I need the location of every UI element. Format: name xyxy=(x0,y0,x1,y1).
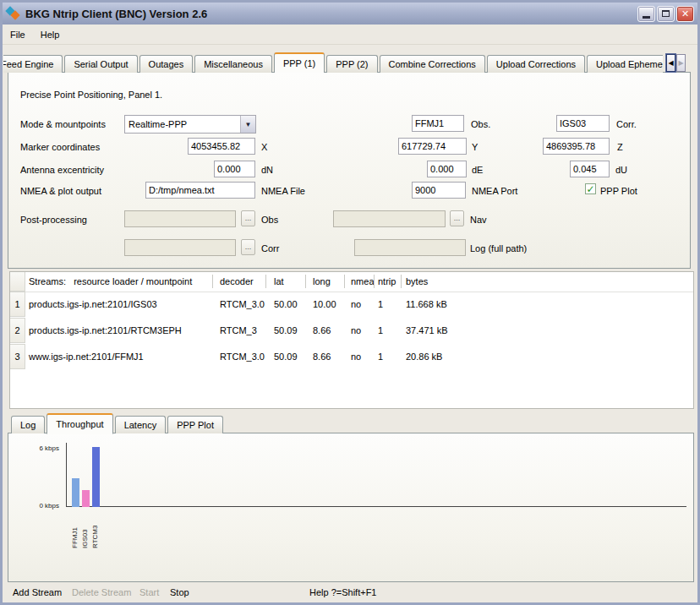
bnc-app-icon xyxy=(6,7,21,20)
tab-scroll-right-button[interactable]: ▶ xyxy=(676,54,686,72)
cell-bytes: 37.471 kB xyxy=(406,325,448,335)
browse-nav-button[interactable]: ... xyxy=(450,210,464,226)
marker-z-input[interactable] xyxy=(543,138,610,155)
cell-ntrip: 1 xyxy=(378,325,383,335)
tab-latency[interactable]: Latency xyxy=(115,416,167,433)
tab-combine-corrections[interactable]: Combine Corrections xyxy=(380,55,485,73)
tab-log[interactable]: Log xyxy=(11,416,45,433)
obs-label: Obs. xyxy=(471,119,490,129)
tab-scroll-left-button[interactable]: ◀ xyxy=(666,54,675,72)
col-header-nmea: nmea xyxy=(351,276,375,286)
row-number[interactable]: 2 xyxy=(10,318,25,343)
cell-bytes: 20.86 kB xyxy=(406,352,442,362)
nmea-plot-output-label: NMEA & plot output xyxy=(20,186,101,196)
y-tick-bottom: 0 kbps xyxy=(15,502,59,510)
col-header-decoder: decoder xyxy=(220,276,254,286)
chart-x-axis xyxy=(66,506,686,507)
tab-throughput[interactable]: Throughput xyxy=(46,413,112,434)
chevron-left-icon: ◀ xyxy=(668,59,673,67)
col-header-long: long xyxy=(313,276,331,286)
cell-mountpoint: products.igs-ip.net:2101/IGS03 xyxy=(29,299,157,309)
antenna-dn-input[interactable] xyxy=(214,161,255,177)
title-bar[interactable]: BKG Ntrip Client (BNC) Version 2.6 ✕ xyxy=(3,3,697,25)
marker-x-input[interactable] xyxy=(188,138,255,155)
ppp-plot-checkbox[interactable]: ✓ xyxy=(585,183,596,194)
x-label-igs03: IGS03 xyxy=(80,511,90,548)
close-button[interactable]: ✕ xyxy=(676,6,694,22)
post-nav-file-input[interactable] xyxy=(333,210,446,227)
marker-coordinates-label: Marker coordinates xyxy=(20,142,100,152)
post-corr-label: Corr xyxy=(261,243,279,253)
marker-z-label: Z xyxy=(617,142,623,152)
cell-decoder: RTCM_3 xyxy=(220,325,257,335)
corr-label: Corr. xyxy=(616,119,637,129)
post-obs-file-input[interactable] xyxy=(124,210,236,227)
tab-ppp-plot[interactable]: PPP Plot xyxy=(167,416,223,433)
menu-help[interactable]: Help xyxy=(33,27,68,42)
post-nav-label: Nav xyxy=(470,215,487,225)
browse-obs-button[interactable]: ... xyxy=(241,210,255,226)
post-log-file-input[interactable] xyxy=(354,239,466,256)
app-window: BKG Ntrip Client (BNC) Version 2.6 ✕ Fil… xyxy=(0,0,700,605)
table-row[interactable]: 3 www.igs-ip.net:2101/FFMJ1 RTCM_3.0 50.… xyxy=(10,344,693,370)
tab-upload-ephemeris[interactable]: Upload Ephemeris xyxy=(587,55,663,73)
mode-combobox[interactable]: Realtime-PPP ▼ xyxy=(124,115,256,134)
antenna-excentricity-label: Antenna excentricity xyxy=(20,165,104,175)
marker-y-input[interactable] xyxy=(398,138,467,155)
tab-ppp-1[interactable]: PPP (1) xyxy=(274,52,325,73)
tab-miscellaneous[interactable]: Miscellaneous xyxy=(194,55,272,73)
table-row[interactable]: 2 products.igs-ip.net:2101/RTCM3EPH RTCM… xyxy=(10,318,693,344)
col-header-lat: lat xyxy=(274,276,284,286)
post-log-label: Log (full path) xyxy=(470,243,527,253)
nmea-file-label: NMEA File xyxy=(261,186,305,196)
corr-mountpoint-input[interactable] xyxy=(556,115,610,132)
tab-feed-engine[interactable]: Feed Engine xyxy=(3,55,63,73)
window-title: BKG Ntrip Client (BNC) Version 2.6 xyxy=(25,8,636,20)
nmea-port-label: NMEA Port xyxy=(472,186,517,196)
delete-stream-button[interactable]: Delete Stream xyxy=(72,587,131,597)
tab-ppp-2[interactable]: PPP (2) xyxy=(326,55,377,73)
antenna-du-input[interactable] xyxy=(570,161,610,177)
post-processing-label: Post-processing xyxy=(20,215,87,225)
menu-file[interactable]: File xyxy=(3,27,33,42)
obs-mountpoint-input[interactable] xyxy=(412,115,464,132)
x-label-rtcm3: RTCM3 xyxy=(90,511,101,548)
antenna-de-input[interactable] xyxy=(427,161,467,177)
tab-serial-output[interactable]: Serial Output xyxy=(64,55,137,73)
nmea-file-input[interactable] xyxy=(145,182,255,199)
tab-upload-corrections[interactable]: Upload Corrections xyxy=(487,55,585,73)
row-number[interactable]: 3 xyxy=(10,344,25,369)
antenna-du-label: dU xyxy=(615,165,627,175)
minimize-button[interactable] xyxy=(637,6,655,22)
cell-decoder: RTCM_3.0 xyxy=(220,299,265,309)
cell-ntrip: 1 xyxy=(378,352,383,362)
streams-table-header: Streams: resource loader / mountpoint de… xyxy=(10,272,693,292)
bar-ffmj1 xyxy=(72,478,79,507)
streams-table[interactable]: Streams: resource loader / mountpoint de… xyxy=(9,271,694,409)
cell-decoder: RTCM_3.0 xyxy=(220,352,265,362)
cell-lat: 50.00 xyxy=(274,299,298,309)
minimize-icon xyxy=(643,16,650,19)
maximize-button[interactable] xyxy=(657,6,675,22)
nmea-port-input[interactable] xyxy=(412,182,466,199)
help-shortcut-label: Help ?=Shift+F1 xyxy=(309,587,377,597)
table-row[interactable]: 1 products.igs-ip.net:2101/IGS03 RTCM_3.… xyxy=(10,292,693,318)
stop-button[interactable]: Stop xyxy=(170,587,189,597)
add-stream-button[interactable]: Add Stream xyxy=(13,587,62,597)
marker-x-label: X xyxy=(261,142,267,152)
cell-long: 10.00 xyxy=(313,299,336,309)
panel-heading: Precise Point Positioning, Panel 1. xyxy=(20,90,162,100)
cell-nmea: no xyxy=(351,325,361,335)
combo-dropdown-button[interactable]: ▼ xyxy=(240,116,255,133)
cell-lat: 50.09 xyxy=(274,352,298,362)
start-button[interactable]: Start xyxy=(139,587,159,597)
col-header-bytes: bytes xyxy=(406,276,428,286)
browse-corr-button[interactable]: ... xyxy=(241,239,255,255)
post-corr-file-input[interactable] xyxy=(124,239,236,256)
row-number[interactable]: 1 xyxy=(10,292,25,317)
cell-ntrip: 1 xyxy=(378,299,383,309)
cell-mountpoint: www.igs-ip.net:2101/FFMJ1 xyxy=(29,352,144,362)
bar-rtcm3 xyxy=(92,447,100,507)
cell-lat: 50.09 xyxy=(274,325,298,335)
tab-outages[interactable]: Outages xyxy=(139,55,194,73)
